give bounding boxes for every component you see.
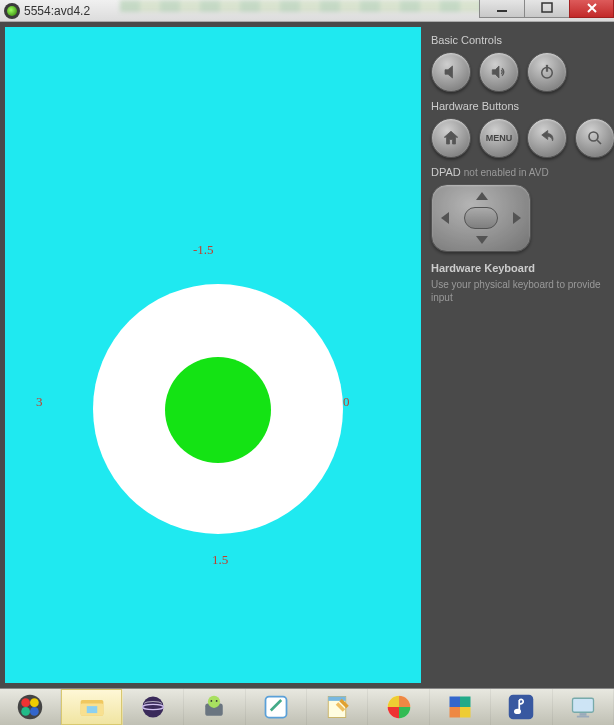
svg-rect-30 <box>579 713 586 716</box>
svg-point-17 <box>211 700 213 702</box>
svg-rect-26 <box>460 707 471 718</box>
synergy-icon <box>15 693 45 721</box>
svg-rect-29 <box>572 698 593 712</box>
svg-point-8 <box>21 707 30 716</box>
device-screen-frame: -1.5 0 1.5 3 <box>5 27 421 683</box>
svg-point-28 <box>514 709 521 714</box>
inner-circle-graphic <box>165 357 271 463</box>
taskbar-item-office[interactable] <box>430 689 491 725</box>
volume-down-button[interactable] <box>431 52 471 92</box>
monitor-icon <box>568 693 598 721</box>
axis-label-right: 0 <box>343 394 350 410</box>
svg-point-6 <box>21 698 30 707</box>
svg-rect-23 <box>450 697 461 708</box>
dpad-label: DPAD <box>431 166 461 178</box>
dpad-center-button <box>464 207 498 229</box>
beachball-icon <box>384 693 414 721</box>
dpad-disabled-text: not enabled in AVD <box>464 167 549 178</box>
whiteboard-icon <box>261 693 291 721</box>
dpad-down-icon <box>476 236 488 244</box>
back-button[interactable] <box>527 118 567 158</box>
taskbar-item-android-studio[interactable] <box>184 689 245 725</box>
emulator-side-panel: Basic Controls Hardware Buttons MENU <box>421 22 614 688</box>
svg-point-9 <box>30 707 39 716</box>
taskbar-item-music[interactable] <box>491 689 552 725</box>
window-titlebar: 5554:avd4.2 <box>0 0 614 22</box>
svg-point-18 <box>216 700 218 702</box>
svg-rect-0 <box>497 10 507 12</box>
background-tab-blur <box>120 0 494 12</box>
volume-up-icon <box>490 63 508 81</box>
search-button[interactable] <box>575 118 614 158</box>
back-icon <box>538 129 556 147</box>
taskbar-item-notepad[interactable] <box>307 689 368 725</box>
dpad-up-icon <box>476 192 488 200</box>
window-title: 5554:avd4.2 <box>24 4 90 18</box>
taskbar-item-synergy[interactable] <box>0 689 61 725</box>
svg-rect-1 <box>542 3 552 12</box>
taskbar-item-whiteboard[interactable] <box>246 689 307 725</box>
minimize-button[interactable] <box>479 0 524 18</box>
dpad-control <box>431 184 531 252</box>
basic-controls-label: Basic Controls <box>431 34 614 46</box>
android-avd-icon <box>4 3 20 19</box>
power-icon <box>538 63 556 81</box>
device-screen[interactable]: -1.5 0 1.5 3 <box>5 27 421 683</box>
folder-icon <box>77 693 107 721</box>
axis-label-top: -1.5 <box>193 242 214 258</box>
eclipse-icon <box>138 693 168 721</box>
close-button[interactable] <box>569 0 614 18</box>
hardware-keyboard-label: Hardware Keyboard <box>431 262 614 274</box>
volume-up-button[interactable] <box>479 52 519 92</box>
window-controls <box>479 0 614 18</box>
android-icon <box>199 693 229 721</box>
svg-point-4 <box>589 132 598 141</box>
taskbar-item-monitor[interactable] <box>553 689 614 725</box>
power-button[interactable] <box>527 52 567 92</box>
svg-rect-25 <box>450 707 461 718</box>
dpad-right-icon <box>513 212 521 224</box>
dpad-section-label: DPAD not enabled in AVD <box>431 166 614 178</box>
dpad-left-icon <box>441 212 449 224</box>
hardware-keyboard-hint: Use your physical keyboard to provide in… <box>431 278 614 304</box>
search-icon <box>586 129 604 147</box>
hardware-buttons-label: Hardware Buttons <box>431 100 614 112</box>
svg-rect-3 <box>546 65 548 71</box>
hardware-buttons-row: MENU <box>431 118 614 158</box>
svg-point-5 <box>18 695 43 720</box>
svg-rect-24 <box>460 697 471 708</box>
home-button[interactable] <box>431 118 471 158</box>
svg-rect-31 <box>577 716 589 718</box>
menu-label: MENU <box>486 133 513 143</box>
axis-label-bottom: 1.5 <box>212 552 228 568</box>
notepad-icon <box>322 693 352 721</box>
svg-rect-12 <box>86 706 97 713</box>
emulator-body: -1.5 0 1.5 3 Basic Controls Hardware But… <box>0 22 614 688</box>
svg-point-13 <box>143 697 164 718</box>
music-note-icon <box>506 693 536 721</box>
maximize-button[interactable] <box>524 0 569 18</box>
svg-point-7 <box>30 698 39 707</box>
volume-down-icon <box>442 63 460 81</box>
axis-label-left: 3 <box>36 394 43 410</box>
taskbar-item-file-explorer[interactable] <box>61 689 122 725</box>
svg-point-16 <box>208 696 220 708</box>
taskbar-item-beachball[interactable] <box>368 689 429 725</box>
svg-rect-27 <box>509 695 534 720</box>
taskbar-item-eclipse[interactable] <box>123 689 184 725</box>
basic-controls-row <box>431 52 614 92</box>
menu-button[interactable]: MENU <box>479 118 519 158</box>
os-taskbar <box>0 688 614 725</box>
office-icon <box>445 693 475 721</box>
home-icon <box>442 129 460 147</box>
